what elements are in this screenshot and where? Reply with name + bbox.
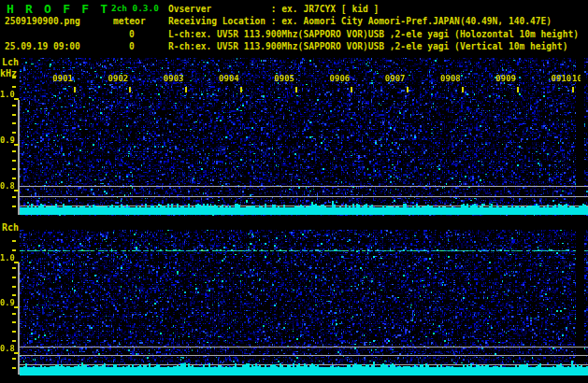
- freq-minor-tick: [12, 331, 16, 333]
- freq-minor-tick: [12, 321, 16, 323]
- time-tick: [407, 87, 409, 92]
- rch-spectrogram: [20, 230, 588, 376]
- freq-minor-tick: [12, 196, 16, 198]
- time-label: 0902: [106, 74, 128, 83]
- hrofft-window: H R O F F T 2ch 0.3.0 2509190900.png met…: [0, 0, 588, 383]
- datetime-label: 25.09.19 09:00: [5, 41, 80, 51]
- freq-tick: [14, 144, 19, 146]
- freq-minor-tick: [12, 132, 16, 134]
- freq-minor-tick: [12, 240, 16, 242]
- freq-minor-tick: [12, 177, 16, 179]
- freq-minor-tick: [12, 286, 16, 288]
- time-label: 0908: [438, 74, 461, 83]
- time-label: 0901: [50, 74, 73, 83]
- freq-minor-tick: [12, 358, 16, 360]
- freq-label: 1.0: [0, 253, 14, 262]
- time-tick: [185, 87, 187, 92]
- freq-minor-tick: [12, 160, 16, 162]
- freq-minor-tick: [12, 340, 16, 342]
- rch-channel-label: Rch: [2, 222, 19, 233]
- time-tick: [295, 87, 297, 92]
- freq-label: 0.9: [0, 298, 14, 307]
- freq-tick: [14, 262, 19, 263]
- receiving-location-line: Receiving Location : ex. Aomori City Aom…: [168, 16, 552, 26]
- meteor-count-rch: 0: [129, 41, 135, 51]
- freq-tick: [14, 190, 19, 192]
- freq-minor-tick: [12, 277, 16, 278]
- app-title: H R O F F T: [7, 2, 109, 16]
- freq-tick: [14, 306, 19, 308]
- freq-tick: [14, 352, 19, 354]
- app-version: 2ch 0.3.0: [111, 3, 159, 13]
- freq-label: 1.0: [0, 90, 14, 99]
- next-hour-label-partial: 10: [572, 74, 581, 83]
- freq-minor-tick: [12, 249, 16, 251]
- freq-minor-tick: [12, 267, 16, 269]
- rch-receiver-line: R-ch:ex. UV5R 113.900Mhz(SAPPORO VOR)USB…: [168, 41, 567, 51]
- time-tick: [74, 87, 76, 92]
- time-tick: [462, 87, 464, 92]
- meteor-count-lch: 0: [129, 29, 135, 39]
- observer-line: Ovserver : ex. JR7CYX [ kid ]: [168, 4, 379, 14]
- time-label: 0907: [383, 74, 406, 83]
- time-tick: [129, 87, 131, 92]
- freq-minor-tick: [12, 168, 16, 170]
- time-tick: [351, 87, 352, 92]
- freq-minor-tick: [12, 77, 16, 78]
- time-label: 0903: [162, 74, 184, 83]
- freq-minor-tick: [12, 206, 16, 207]
- freq-minor-tick: [12, 122, 16, 124]
- freq-label: 0.8: [0, 181, 14, 191]
- time-tick: [517, 87, 519, 92]
- time-tick: [572, 87, 574, 92]
- freq-minor-tick: [12, 105, 16, 106]
- lch-channel-label: Lch: [2, 57, 19, 67]
- output-filename: 2509190900.png: [5, 16, 80, 26]
- lch-receiver-line: L-ch:ex. UV5R 113.900Mhz(SAPPORO VOR)USB…: [168, 29, 579, 39]
- freq-minor-tick: [12, 86, 16, 88]
- freq-minor-tick: [12, 114, 16, 116]
- freq-minor-tick: [12, 313, 16, 315]
- time-label: 0909: [494, 74, 516, 83]
- freq-label: 0.9: [0, 135, 14, 145]
- mode-label: meteor: [113, 16, 146, 26]
- time-label: 0904: [217, 74, 239, 83]
- time-label: 0910: [549, 74, 571, 83]
- freq-label: 0.8: [0, 344, 14, 353]
- freq-minor-tick: [12, 150, 16, 152]
- time-label: 0906: [327, 74, 350, 83]
- freq-minor-tick: [12, 294, 16, 296]
- freq-minor-tick: [12, 367, 16, 369]
- lch-axis-line: [18, 100, 20, 215]
- time-label: 0905: [272, 74, 294, 83]
- rch-axis-line: [18, 262, 20, 375]
- freq-tick: [14, 98, 19, 100]
- time-tick: [240, 87, 242, 92]
